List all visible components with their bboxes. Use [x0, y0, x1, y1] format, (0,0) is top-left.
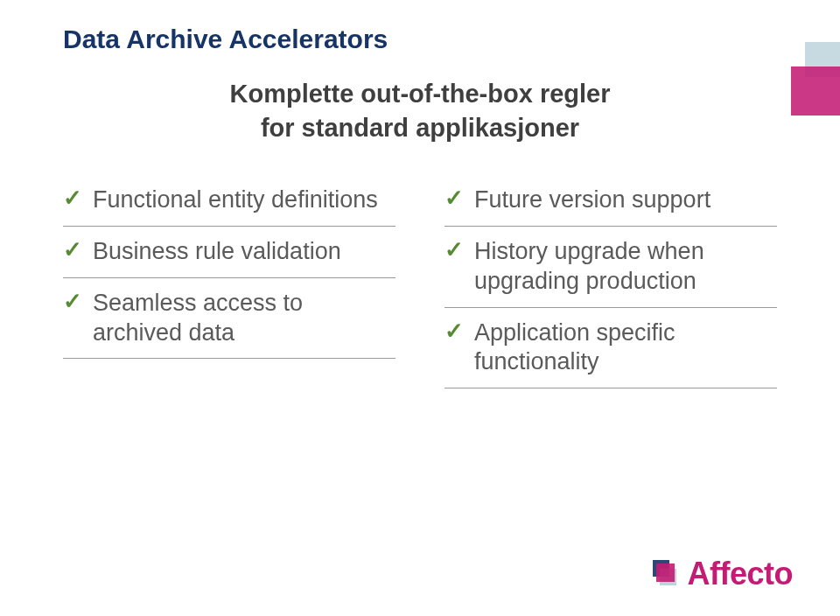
- item-text: Functional entity definitions: [93, 186, 378, 215]
- brand-logo: Affecto: [653, 558, 794, 590]
- slide-title: Data Archive Accelerators: [63, 24, 777, 54]
- list-item: ✓ Seamless access to archived data: [63, 278, 396, 360]
- check-icon: ✓: [63, 289, 82, 315]
- item-text: Future version support: [474, 186, 710, 215]
- logo-text: Affecto: [688, 558, 794, 590]
- left-column: ✓ Functional entity definitions ✓ Busine…: [63, 175, 396, 388]
- slide-subtitle: Komplette out-of-the-box regler for stan…: [92, 77, 749, 145]
- item-text: Application specific functionality: [474, 318, 777, 378]
- check-icon: ✓: [63, 186, 82, 212]
- logo-mark-icon: [653, 560, 682, 590]
- right-column: ✓ Future version support ✓ History upgra…: [444, 175, 777, 388]
- check-icon: ✓: [444, 318, 464, 345]
- list-item: ✓ History upgrade when upgrading product…: [444, 227, 777, 308]
- corner-decoration: [788, 19, 840, 124]
- list-item: ✓ Application specific functionality: [444, 308, 777, 389]
- item-text: Business rule validation: [93, 237, 341, 267]
- check-icon: ✓: [444, 186, 464, 212]
- slide: Data Archive Accelerators Komplette out-…: [0, 0, 840, 616]
- check-icon: ✓: [63, 237, 82, 263]
- logo-square-magenta: [656, 564, 675, 582]
- list-item: ✓ Functional entity definitions: [63, 175, 396, 227]
- check-icon: ✓: [444, 237, 464, 263]
- decoration-square-magenta: [791, 66, 840, 116]
- item-text: Seamless access to archived data: [93, 289, 396, 348]
- list-item: ✓ Future version support: [444, 175, 777, 227]
- item-text: History upgrade when upgrading productio…: [474, 237, 777, 297]
- list-item: ✓ Business rule validation: [63, 227, 396, 278]
- subtitle-line-2: for standard applikasjoner: [261, 114, 579, 142]
- content-columns: ✓ Functional entity definitions ✓ Busine…: [63, 175, 777, 388]
- subtitle-line-1: Komplette out-of-the-box regler: [230, 80, 611, 108]
